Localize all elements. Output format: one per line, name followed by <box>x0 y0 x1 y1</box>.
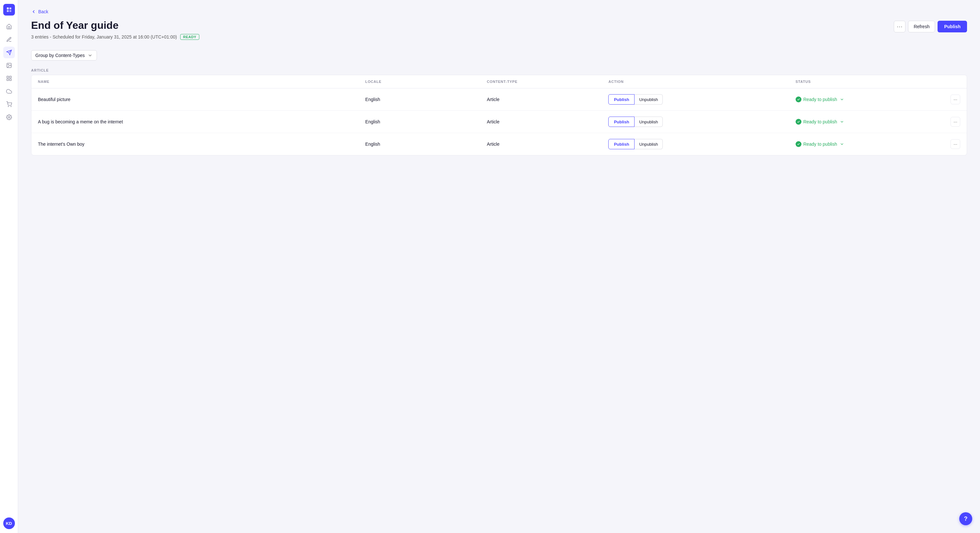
sidebar: KD <box>0 0 18 533</box>
entry-content-type: Article <box>480 133 602 155</box>
publish-all-button[interactable]: Publish <box>937 21 967 32</box>
entry-action-cell: Publish Unpublish <box>602 89 789 111</box>
svg-rect-1 <box>10 8 11 10</box>
main-content: Back End of Year guide 3 entries - Sched… <box>18 0 980 533</box>
publish-entry-button[interactable]: Publish <box>608 139 635 149</box>
sidebar-item-releases[interactable] <box>3 47 15 58</box>
entry-content-type: Article <box>480 89 602 111</box>
svg-rect-2 <box>7 10 9 12</box>
sidebar-item-settings[interactable] <box>3 111 15 123</box>
entry-locale: English <box>359 133 480 155</box>
page-title: End of Year guide <box>31 19 199 32</box>
svg-point-12 <box>8 106 9 107</box>
action-buttons: Publish Unpublish <box>608 94 782 105</box>
page-subtitle: 3 entries - Scheduled for Friday, Januar… <box>31 34 199 40</box>
col-header-action: ACTION <box>602 75 789 89</box>
entry-status-cell: Ready to publish ··· <box>789 89 967 111</box>
sidebar-logo[interactable] <box>3 4 15 16</box>
svg-point-14 <box>8 117 10 118</box>
col-header-content-type: CONTENT-TYPE <box>480 75 602 89</box>
status-chevron-icon <box>840 119 844 124</box>
status-check-icon <box>795 119 802 125</box>
entry-action-cell: Publish Unpublish <box>602 111 789 133</box>
group-by-label: Group by Content-Types <box>35 53 85 58</box>
header-actions: ··· Refresh Publish <box>894 19 967 32</box>
status-check-icon <box>795 141 802 147</box>
status-dropdown[interactable]: Ready to publish <box>795 119 844 125</box>
subtitle-text: 3 entries - Scheduled for Friday, Januar… <box>31 34 177 40</box>
action-buttons: Publish Unpublish <box>608 117 782 127</box>
table-row: Beautiful picture English Article Publis… <box>32 89 967 111</box>
refresh-button[interactable]: Refresh <box>908 21 935 32</box>
svg-rect-8 <box>7 76 8 78</box>
publish-entry-button[interactable]: Publish <box>608 94 635 105</box>
entries-table: NAME LOCALE CONTENT-TYPE ACTION STATUS B… <box>32 75 967 155</box>
svg-rect-11 <box>10 79 11 81</box>
more-options-button[interactable]: ··· <box>894 21 905 32</box>
entries-table-container: NAME LOCALE CONTENT-TYPE ACTION STATUS B… <box>31 75 967 155</box>
unpublish-entry-button[interactable]: Unpublish <box>635 94 663 105</box>
entry-action-cell: Publish Unpublish <box>602 133 789 155</box>
sidebar-item-builder[interactable] <box>3 73 15 84</box>
col-header-name: NAME <box>32 75 359 89</box>
back-link-label: Back <box>38 9 48 14</box>
sidebar-item-cloud[interactable] <box>3 86 15 97</box>
col-header-locale: LOCALE <box>359 75 480 89</box>
sidebar-item-store[interactable] <box>3 98 15 110</box>
page-header: End of Year guide 3 entries - Scheduled … <box>31 19 967 40</box>
svg-rect-3 <box>10 10 11 12</box>
entry-status-cell: Ready to publish ··· <box>789 133 967 155</box>
sidebar-item-media[interactable] <box>3 60 15 71</box>
entry-name: The internet's Own boy <box>32 133 359 155</box>
entry-locale: English <box>359 89 480 111</box>
entry-locale: English <box>359 111 480 133</box>
row-more-button[interactable]: ··· <box>950 139 960 149</box>
entry-name: A bug is becoming a meme on the internet <box>32 111 359 133</box>
entry-content-type: Article <box>480 111 602 133</box>
status-chevron-icon <box>840 142 844 146</box>
svg-rect-9 <box>10 76 11 78</box>
help-button[interactable]: ? <box>959 512 972 525</box>
row-more-button[interactable]: ··· <box>950 95 960 104</box>
sidebar-item-home[interactable] <box>3 21 15 32</box>
row-more-button[interactable]: ··· <box>950 117 960 127</box>
status-label: Ready to publish <box>803 141 837 147</box>
group-by-dropdown[interactable]: Group by Content-Types <box>31 50 97 60</box>
svg-point-7 <box>8 64 8 65</box>
svg-rect-10 <box>7 79 8 81</box>
user-avatar[interactable]: KD <box>3 517 15 529</box>
svg-rect-0 <box>7 8 9 10</box>
table-row: A bug is becoming a meme on the internet… <box>32 111 967 133</box>
back-link[interactable]: Back <box>31 9 967 14</box>
publish-entry-button[interactable]: Publish <box>608 117 635 127</box>
status-dropdown[interactable]: Ready to publish <box>795 141 844 147</box>
svg-point-13 <box>11 106 11 107</box>
status-dropdown[interactable]: Ready to publish <box>795 97 844 102</box>
entry-status-cell: Ready to publish ··· <box>789 111 967 133</box>
unpublish-entry-button[interactable]: Unpublish <box>635 117 663 127</box>
status-label: Ready to publish <box>803 119 837 124</box>
table-row: The internet's Own boy English Article P… <box>32 133 967 155</box>
page-header-left: End of Year guide 3 entries - Scheduled … <box>31 19 199 40</box>
entry-name: Beautiful picture <box>32 89 359 111</box>
col-header-status: STATUS <box>789 75 967 89</box>
unpublish-entry-button[interactable]: Unpublish <box>635 139 663 149</box>
section-label: ARTICLE <box>31 68 967 75</box>
status-badge: READY <box>180 34 199 40</box>
action-buttons: Publish Unpublish <box>608 139 782 149</box>
status-check-icon <box>795 97 802 102</box>
sidebar-item-content[interactable] <box>3 34 15 45</box>
status-chevron-icon <box>840 97 844 102</box>
chevron-down-icon <box>88 53 93 58</box>
status-label: Ready to publish <box>803 97 837 102</box>
